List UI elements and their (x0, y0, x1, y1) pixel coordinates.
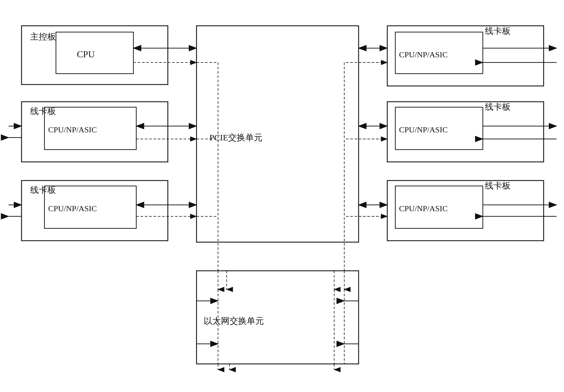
mcb-label: 主控板 (30, 32, 56, 41)
llc1-text: CPU/NP/ASIC (48, 125, 97, 134)
pcie-label: PCIE交换单元 (209, 133, 262, 142)
rlb-label: 线卡板 (485, 181, 511, 190)
rlm-text: CPU/NP/ASIC (399, 125, 448, 134)
llc2-label: 线卡板 (30, 185, 56, 195)
llc1-label: 线卡板 (30, 106, 56, 116)
rlm-label: 线卡板 (485, 102, 511, 111)
rlt-text: CPU/NP/ASIC (399, 50, 448, 59)
eth-label: 以太网交换单元 (204, 316, 264, 326)
rlt-label: 线卡板 (485, 26, 511, 36)
llc2-text: CPU/NP/ASIC (48, 204, 97, 213)
clean-diagram: 主控板 CPU 线卡板 CPU/NP/ASIC 线卡板 CPU/NP/ASIC … (0, 0, 564, 392)
cpu-text: CPU (77, 49, 95, 59)
rlb-text: CPU/NP/ASIC (399, 204, 448, 213)
